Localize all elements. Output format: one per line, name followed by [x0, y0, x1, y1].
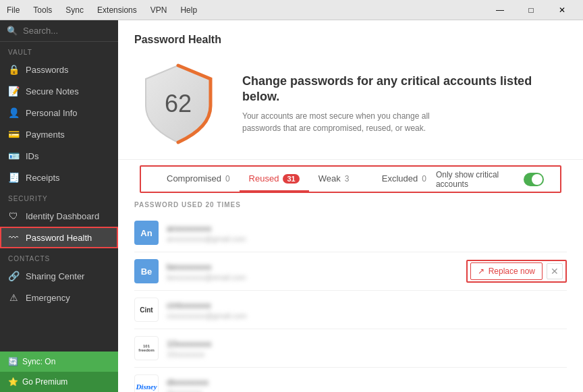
sidebar-label-password-health: Password Health	[26, 233, 92, 243]
replace-icon: ↗	[478, 267, 484, 276]
minimize-button[interactable]: —	[484, 0, 516, 20]
window-controls[interactable]: — □ ✕	[484, 0, 578, 20]
list-section-label: PASSWORD USED 20 TIMES	[134, 193, 567, 214]
sidebar-label-payments: Payments	[26, 130, 65, 140]
sidebar-item-secure-notes[interactable]: 📝 Secure Notes	[0, 80, 118, 102]
receipt-icon: 🧾	[8, 172, 19, 183]
list-info: anxxxxxxxx anxxxxxxxx@gmail.com	[167, 223, 567, 243]
shield-container: 62	[134, 57, 222, 151]
list-item-subtitle: bexxxxxxxx@email.com	[167, 273, 458, 281]
list-info: bexxxxxxxx bexxxxxxxx@email.com	[167, 262, 458, 281]
share-icon: 🔗	[8, 271, 19, 281]
sidebar-item-password-health[interactable]: 〰 Password Health	[0, 227, 118, 248]
sidebar-item-emergency[interactable]: ⚠ Emergency	[0, 287, 118, 308]
list-item-title: dixxxxxxxx	[167, 377, 567, 387]
contacts-section-label: CONTACTS	[0, 248, 118, 265]
shield-icon: 🛡	[8, 211, 19, 221]
sidebar-label-personal-info: Personal Info	[26, 108, 78, 118]
avatar: Cint	[134, 298, 159, 322]
menu-file[interactable]: File	[5, 3, 21, 18]
only-critical-label: Only show critical accounts	[436, 170, 518, 189]
menu-bar[interactable]: File Tools Sync Extensions VPN Help	[5, 3, 198, 18]
card-icon: 💳	[8, 129, 19, 140]
menu-help[interactable]: Help	[179, 3, 198, 18]
list-item-title: cintxxxxxxx	[167, 300, 567, 310]
health-message: Change passwords for any critical accoun…	[242, 74, 567, 135]
tab-weak[interactable]: Weak 3	[309, 167, 359, 192]
close-replace-button[interactable]: ✕	[547, 263, 563, 279]
menu-extensions[interactable]: Extensions	[96, 3, 138, 18]
main-header: Password Health	[118, 20, 583, 160]
password-list: PASSWORD USED 20 TIMES An anxxxxxxxx anx…	[118, 193, 583, 392]
tab-compromised-count: 0	[225, 174, 230, 184]
tab-compromised[interactable]: Compromised 0	[157, 167, 240, 192]
sidebar-label-sharing-center: Sharing Center	[26, 271, 84, 281]
only-critical-toggle[interactable]	[524, 173, 544, 186]
replace-now-button[interactable]: ↗ Replace now	[470, 262, 543, 280]
list-item-title: bexxxxxxxx	[167, 262, 458, 272]
close-button[interactable]: ✕	[547, 0, 578, 20]
page-title: Password Health	[134, 34, 567, 46]
menu-sync[interactable]: Sync	[64, 3, 85, 18]
app-container: 🔍 VAULT 🔒 Passwords 📝 Secure Notes 👤 Per…	[0, 20, 583, 392]
sidebar-item-personal-info[interactable]: 👤 Personal Info	[0, 102, 118, 123]
avatar: 101freedom	[134, 336, 159, 360]
list-item-subtitle: anxxxxxxxx@gmail.com	[167, 235, 567, 243]
note-icon: 📝	[8, 86, 19, 96]
star-icon: ⭐	[8, 377, 18, 387]
sidebar-item-ids[interactable]: 🪪 IDs	[0, 145, 118, 167]
search-bar[interactable]: 🔍	[0, 20, 118, 42]
sidebar: 🔍 VAULT 🔒 Passwords 📝 Secure Notes 👤 Per…	[0, 20, 118, 392]
chart-icon: 〰	[8, 232, 19, 243]
sidebar-label-receipts: Receipts	[26, 173, 60, 183]
sidebar-item-identity-dashboard[interactable]: 🛡 Identity Dashboard	[0, 205, 118, 227]
avatar-initials: Be	[141, 267, 152, 277]
sync-status[interactable]: 🔄 Sync: On	[0, 352, 118, 372]
disney-logo: Disney	[136, 383, 157, 391]
tabs-bar: Compromised 0 Reused 31 Weak 3 Excluded …	[140, 165, 561, 193]
menu-tools[interactable]: Tools	[32, 3, 53, 18]
freedom-logo: 101freedom	[138, 344, 155, 352]
sidebar-label-secure-notes: Secure Notes	[26, 86, 79, 96]
premium-label: Go Premium	[22, 377, 67, 387]
sidebar-label-emergency: Emergency	[26, 293, 70, 303]
avatar-initials: An	[140, 228, 152, 238]
tab-weak-label: Weak	[318, 173, 341, 184]
warning-icon: ⚠	[8, 292, 19, 303]
security-section-label: SECURITY	[0, 188, 118, 205]
maximize-button[interactable]: □	[516, 0, 547, 20]
list-item: Be bexxxxxxxx bexxxxxxxx@email.com ↗ Rep…	[134, 252, 567, 291]
health-overview: 62 Change passwords for any critical acc…	[134, 57, 567, 151]
sidebar-item-passwords[interactable]: 🔒 Passwords	[0, 59, 118, 80]
tab-reused[interactable]: Reused 31	[240, 167, 309, 192]
list-info: dixxxxxxxx dixxxxxxxx	[167, 377, 567, 393]
sidebar-item-payments[interactable]: 💳 Payments	[0, 123, 118, 145]
list-item: Disney dixxxxxxxx dixxxxxxxx	[134, 368, 567, 392]
tab-excluded[interactable]: Excluded 0	[372, 167, 436, 192]
search-input[interactable]	[23, 26, 111, 36]
sidebar-label-ids: IDs	[26, 151, 39, 161]
sidebar-item-receipts[interactable]: 🧾 Receipts	[0, 167, 118, 188]
titlebar: File Tools Sync Extensions VPN Help — □ …	[0, 0, 583, 20]
health-description: Your accounts are most secure when you c…	[242, 110, 445, 134]
list-item-subtitle: 10xxxxxxxx	[167, 350, 567, 358]
list-item-subtitle: cixxxxxxxxx@gmail.com	[167, 312, 567, 320]
lock-icon: 🔒	[8, 64, 19, 75]
avatar: Be	[134, 259, 159, 283]
list-info: 10xxxxxxxx 10xxxxxxxx	[167, 339, 567, 358]
sync-label: Sync: On	[22, 357, 55, 366]
sidebar-label-identity-dashboard: Identity Dashboard	[26, 211, 99, 221]
search-icon: 🔍	[7, 26, 18, 36]
replace-now-label: Replace now	[489, 267, 535, 276]
main-content: Password Health	[118, 20, 583, 392]
id-icon: 🪪	[8, 150, 19, 161]
person-icon: 👤	[8, 107, 19, 118]
sidebar-item-sharing-center[interactable]: 🔗 Sharing Center	[0, 265, 118, 287]
avatar-text: Cint	[140, 306, 152, 314]
replace-action-area: ↗ Replace now ✕	[466, 260, 567, 283]
go-premium-button[interactable]: ⭐ Go Premium	[0, 372, 118, 392]
menu-vpn[interactable]: VPN	[149, 3, 169, 18]
tab-excluded-label: Excluded	[382, 173, 418, 184]
tab-compromised-label: Compromised	[167, 173, 221, 184]
tabs-wrapper: Compromised 0 Reused 31 Weak 3 Excluded …	[118, 160, 583, 193]
